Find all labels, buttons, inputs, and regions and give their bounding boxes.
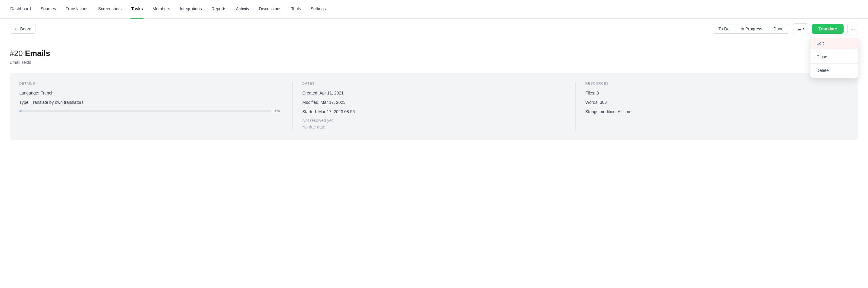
translate-button[interactable]: Translate xyxy=(812,24,844,34)
nav-item-activity[interactable]: Activity xyxy=(236,0,250,19)
strings-row: Strings modified: All time xyxy=(585,109,849,115)
back-button-label: Board xyxy=(20,27,31,31)
dropdown-item-delete[interactable]: Delete xyxy=(810,65,858,76)
nav-item-screenshots[interactable]: Screenshots xyxy=(98,0,122,19)
top-navigation: DashboardSourcesTranslationsScreenshotsT… xyxy=(0,0,868,19)
dropdown-divider-2 xyxy=(810,64,858,64)
nav-item-tools[interactable]: Tools xyxy=(290,0,302,19)
more-dropdown-container: ··· EditCloseDelete xyxy=(847,24,858,34)
files-value-text: 3 xyxy=(596,91,599,96)
created-key: Created: xyxy=(302,91,318,96)
modified-row: Modified: Mar 17, 2023 xyxy=(302,99,566,106)
nav-item-members[interactable]: Members xyxy=(152,0,170,19)
status-button-todo[interactable]: To Do xyxy=(713,24,735,33)
modified-value-text: Mar 17, 2023 xyxy=(321,100,346,105)
type-value-text: Translate by own translators xyxy=(31,100,84,105)
words-key: Words: xyxy=(585,100,598,105)
translate-button-label: Translate xyxy=(818,27,837,31)
progress-percentage: 1% xyxy=(274,109,283,113)
resources-section: RESOURCES Files: 3 Words: 303 Strings mo… xyxy=(575,81,849,131)
created-row: Created: Apr 11, 2021 xyxy=(302,90,566,96)
files-key: Files: xyxy=(585,91,595,96)
language-row: Language: French xyxy=(19,90,283,96)
chevron-down-icon: ▾ xyxy=(803,27,804,30)
more-icon: ··· xyxy=(850,26,855,32)
details-card: DETAILS Language: French Type: Translate… xyxy=(10,73,858,140)
dates-section: DATES Created: Apr 11, 2021 Modified: Ma… xyxy=(292,81,575,131)
task-number: #20 xyxy=(10,49,23,58)
nav-item-discussions[interactable]: Discussions xyxy=(258,0,282,19)
upload-button[interactable]: ☁ ▾ xyxy=(793,24,808,34)
nav-item-dashboard[interactable]: Dashboard xyxy=(10,0,32,19)
nav-item-settings[interactable]: Settings xyxy=(310,0,327,19)
status-button-done[interactable]: Done xyxy=(768,24,789,33)
cloud-upload-icon: ☁ xyxy=(797,26,802,32)
dropdown-item-edit[interactable]: Edit xyxy=(810,38,858,49)
details-section: DETAILS Language: French Type: Translate… xyxy=(19,81,292,131)
page-content: #20 Emails Email Texts DETAILS Language:… xyxy=(0,39,868,140)
task-subtitle: Email Texts xyxy=(10,60,858,65)
nav-item-sources[interactable]: Sources xyxy=(40,0,57,19)
language-value-text: French xyxy=(40,91,54,96)
started-value-text: Mar 17, 2023 08:56 xyxy=(318,109,355,114)
progress-container: 1% xyxy=(19,109,283,113)
strings-value-text: All time xyxy=(618,109,631,114)
dropdown-menu: EditCloseDelete xyxy=(810,36,858,78)
toolbar: Board To DoIn ProgressDone ☁ ▾ Translate… xyxy=(0,19,868,39)
nav-item-reports[interactable]: Reports xyxy=(211,0,227,19)
words-row: Words: 303 xyxy=(585,99,849,106)
more-options-button[interactable]: ··· xyxy=(847,24,858,34)
progress-bar-fill xyxy=(19,110,22,112)
status-button-in-progress[interactable]: In Progress xyxy=(735,24,768,33)
dropdown-divider-1 xyxy=(810,50,858,50)
not-resolved-text: Not resolved yet xyxy=(302,118,566,123)
progress-bar-background xyxy=(19,110,271,112)
started-row: Started: Mar 17, 2023 08:56 xyxy=(302,109,566,115)
nav-item-integrations[interactable]: Integrations xyxy=(179,0,202,19)
page-title: #20 Emails xyxy=(10,49,858,58)
words-value-text: 303 xyxy=(600,100,607,105)
strings-key: Strings modified: xyxy=(585,109,617,114)
dates-section-label: DATES xyxy=(302,81,566,85)
nav-item-translations[interactable]: Translations xyxy=(65,0,89,19)
type-row: Type: Translate by own translators xyxy=(19,99,283,106)
modified-key: Modified: xyxy=(302,100,319,105)
arrow-left-icon xyxy=(14,27,19,31)
nav-item-tasks[interactable]: Tasks xyxy=(130,0,144,19)
type-key: Type: xyxy=(19,100,30,105)
created-value-text: Apr 11, 2021 xyxy=(319,91,344,96)
started-key: Started: xyxy=(302,109,317,114)
language-key: Language: xyxy=(19,91,39,96)
dropdown-item-close[interactable]: Close xyxy=(810,51,858,62)
task-title-text: Emails xyxy=(25,49,50,58)
no-due-date-text: No due date xyxy=(302,124,566,130)
resources-section-label: RESOURCES xyxy=(585,81,849,85)
back-to-board-button[interactable]: Board xyxy=(10,24,36,34)
files-row: Files: 3 xyxy=(585,90,849,96)
status-button-group: To DoIn ProgressDone xyxy=(713,24,789,34)
details-section-label: DETAILS xyxy=(19,81,283,85)
